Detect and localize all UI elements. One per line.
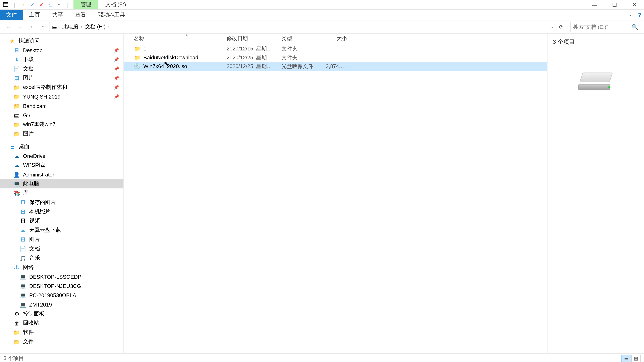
recent-locations-dropdown[interactable]: ▾ (26, 22, 36, 32)
tree-item[interactable]: 🖥Desktop📌 (0, 45, 124, 55)
tree-item[interactable]: 🖼保存的图片 (0, 198, 124, 207)
pictures-icon: 🖼 (20, 236, 26, 243)
navigation-pane[interactable]: ★ 快速访问 🖥Desktop📌 ⬇下载📌 📄文档📌 🖼图片📌 📁excel表格… (0, 34, 124, 354)
library-icon: 📚 (13, 190, 20, 197)
navigation-bar: ← → ▾ ↑ 🖴 › 此电脑 › 文档 (E:) › ⌄ ⟳ 🔍 (0, 20, 644, 33)
view-details-button[interactable]: ☰ (621, 355, 631, 362)
tree-network[interactable]: 🖧网络 (0, 263, 124, 272)
tree-label: 文档 (29, 245, 40, 253)
tree-label: OneDrive (23, 153, 46, 159)
tree-item[interactable]: 🎵音乐 (0, 253, 124, 263)
qat-divider: | (64, 1, 72, 9)
tree-item[interactable]: 📁图片 (0, 129, 124, 138)
tree-label: 回收站 (23, 319, 39, 327)
tree-item[interactable]: 🎞视频 (0, 216, 124, 225)
tree-label: 文件 (23, 338, 34, 346)
ribbon-tab-share[interactable]: 共享 (46, 10, 69, 20)
qat-undo-icon[interactable]: ⎌ (46, 1, 54, 9)
ribbon-tab-home[interactable]: 主页 (23, 10, 46, 20)
file-name: Win7x64_2020.iso (144, 63, 187, 69)
tree-item[interactable]: 💻ZMT2019 (0, 300, 124, 309)
search-box[interactable]: 🔍 (570, 21, 641, 32)
file-list[interactable]: 名称▴ 修改日期 类型 大小 📁1 2020/12/15, 星期二 1... 文… (124, 34, 547, 354)
ribbon-tab-file[interactable]: 文件 (0, 10, 23, 20)
help-icon[interactable]: ? (634, 10, 644, 20)
tree-item[interactable]: 🖼图片📌 (0, 73, 124, 83)
tree-item[interactable]: 💻PC-20190530OBLA (0, 291, 124, 300)
tree-item[interactable]: ☁天翼云盘下载 (0, 226, 124, 235)
breadcrumb-root[interactable]: 此电脑 (61, 23, 80, 30)
tree-label: DESKTOP-LSSOEDP (29, 274, 81, 280)
tree-item[interactable]: 💻DESKTOP-NJEU3CG (0, 281, 124, 291)
column-date[interactable]: 修改日期 (223, 35, 278, 42)
tree-item[interactable]: 🖼本机照片 (0, 207, 124, 216)
pc-icon: 💻 (20, 282, 26, 290)
app-icon[interactable]: 🗔 (2, 1, 10, 9)
file-date: 2020/12/25, 星期五 1... (223, 54, 278, 61)
back-button[interactable]: ← (4, 22, 13, 32)
chevron-right-icon[interactable]: › (108, 24, 110, 29)
folder-icon: 📁 (134, 54, 141, 61)
tree-item[interactable]: 📁win7重装win7 (0, 120, 124, 129)
file-row[interactable]: 📁BaiduNetdiskDownload 2020/12/25, 星期五 1.… (124, 53, 547, 62)
qat-new-folder-icon[interactable]: ✓ (28, 1, 36, 9)
ribbon: 文件 主页 共享 查看 驱动器工具 ⌄ ? (0, 10, 644, 20)
column-headers: 名称▴ 修改日期 类型 大小 (124, 34, 547, 44)
column-type[interactable]: 类型 (278, 35, 322, 42)
tree-item-this-pc[interactable]: 💻此电脑 (0, 179, 124, 188)
tree-item[interactable]: ⚙控制面板 (0, 309, 124, 319)
tree-item[interactable]: 📄文档📌 (0, 64, 124, 73)
minimize-button[interactable]: — (585, 0, 604, 9)
documents-icon: 📄 (20, 245, 26, 252)
tree-item[interactable]: 📚库 (0, 188, 124, 198)
pictures-icon: 🖼 (20, 199, 26, 206)
tree-item[interactable]: ☁WPS网盘 (0, 161, 124, 170)
tree-item[interactable]: 📁文件 (0, 337, 124, 346)
tree-item[interactable]: 🖼图片 (0, 235, 124, 244)
file-row-selected[interactable]: 💿Win7x64_2020.iso 2020/12/25, 星期五 1... 光… (124, 62, 547, 71)
forward-button[interactable]: → (15, 22, 25, 32)
video-icon: 🎞 (20, 217, 26, 224)
tree-item[interactable]: 📄文档 (0, 244, 124, 253)
tree-quick-access[interactable]: ★ 快速访问 (0, 36, 124, 45)
column-size[interactable]: 大小 (322, 35, 350, 42)
up-button[interactable]: ↑ (38, 22, 48, 32)
file-row[interactable]: 📁1 2020/12/15, 星期二 1... 文件夹 (124, 44, 547, 53)
tree-item[interactable]: 📁软件 (0, 328, 124, 337)
music-icon: 🎵 (20, 255, 26, 262)
pin-icon: 📌 (114, 48, 119, 53)
ribbon-tab-drive-tools[interactable]: 驱动器工具 (92, 10, 131, 20)
tree-item[interactable]: ☁OneDrive (0, 151, 124, 161)
qat-delete-icon[interactable]: ✕ (37, 1, 45, 9)
tree-item[interactable]: 📁Bandicam (0, 101, 124, 110)
sort-asc-icon: ▴ (186, 33, 188, 37)
tree-item[interactable]: 🖴G:\ (0, 111, 124, 120)
refresh-icon[interactable]: ⟳ (556, 24, 566, 30)
tree-label: excel表格制作求和 (23, 84, 67, 91)
tree-desktop[interactable]: 🖥桌面 (0, 142, 124, 151)
tree-item[interactable]: ⬇下载📌 (0, 55, 124, 64)
chevron-right-icon[interactable]: › (58, 24, 60, 29)
qat-properties-icon[interactable]: ▫ (20, 1, 28, 9)
column-name[interactable]: 名称▴ (130, 35, 223, 42)
tree-label: 文档 (23, 65, 34, 72)
qat-dropdown-icon[interactable]: ▾ (55, 1, 63, 9)
tree-item[interactable]: 👤Administrator (0, 170, 124, 179)
tree-label: 视频 (29, 217, 40, 225)
tree-item[interactable]: 💻DESKTOP-LSSOEDP (0, 272, 124, 281)
close-button[interactable]: ✕ (624, 0, 644, 9)
tree-item[interactable]: 📁excel表格制作求和📌 (0, 83, 124, 92)
breadcrumb-segment[interactable]: 文档 (E:) (83, 23, 107, 30)
search-icon[interactable]: 🔍 (632, 24, 638, 30)
ribbon-tab-view[interactable]: 查看 (69, 10, 92, 20)
maximize-button[interactable]: ☐ (604, 0, 624, 9)
address-bar[interactable]: 🖴 › 此电脑 › 文档 (E:) › ⌄ ⟳ (50, 21, 568, 32)
tree-item[interactable]: 📁YUNQISHI2019📌 (0, 92, 124, 101)
address-dropdown-icon[interactable]: ⌄ (548, 24, 556, 29)
search-input[interactable] (573, 24, 638, 30)
view-large-icons-button[interactable]: ▦ (631, 355, 641, 362)
tree-item[interactable]: 🗑回收站 (0, 319, 124, 328)
ribbon-expand-icon[interactable]: ⌄ (625, 10, 634, 20)
chevron-right-icon[interactable]: › (81, 24, 82, 29)
quick-access-toolbar: 🗔 | ▫ ✓ ✕ ⎌ ▾ | (0, 0, 74, 9)
